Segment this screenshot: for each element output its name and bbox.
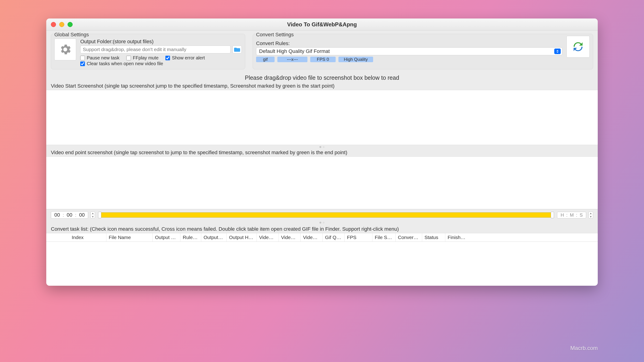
end-screenshot-label: Video end point screenshot (single tap s… bbox=[46, 149, 598, 156]
gear-icon[interactable] bbox=[54, 39, 76, 60]
titlebar: Video To Gif&WebP&Apng bbox=[46, 18, 598, 30]
convert-settings-panel: Convert Settings Convert Rules: Default … bbox=[252, 34, 593, 69]
ffplay-mute-checkbox[interactable]: FFplay mute bbox=[126, 55, 158, 60]
th-output-f[interactable]: Output F… bbox=[153, 233, 180, 242]
task-table-header: Index File Name Output F… Rule… Output… … bbox=[46, 233, 598, 242]
convert-settings-title: Convert Settings bbox=[256, 32, 562, 38]
time-stepper-buttons[interactable]: ▲▼ bbox=[90, 212, 95, 218]
app-window: Video To Gif&WebP&Apng Global Settings O… bbox=[46, 18, 598, 286]
time-h-input[interactable] bbox=[52, 212, 62, 218]
pill-fps: FPS 0 bbox=[310, 57, 336, 62]
chevron-updown-icon bbox=[554, 48, 561, 54]
th-filename[interactable]: File Name bbox=[106, 233, 153, 242]
th-gifq[interactable]: Gif Q… bbox=[323, 233, 345, 242]
close-button[interactable] bbox=[51, 22, 56, 27]
pause-new-task-checkbox[interactable]: Pause new task bbox=[80, 55, 119, 60]
drop-prompt: Please drag&drop video file to screensho… bbox=[51, 74, 593, 81]
clear-tasks-checkbox[interactable]: Clear tasks when open new video file bbox=[80, 61, 163, 66]
page-dots-1 bbox=[46, 145, 598, 149]
range-slider[interactable] bbox=[98, 212, 554, 218]
th-status[interactable]: Status bbox=[422, 233, 445, 242]
th-video2[interactable]: Video… bbox=[279, 233, 301, 242]
output-folder-input[interactable] bbox=[80, 45, 231, 53]
th-output[interactable]: Output… bbox=[201, 233, 227, 242]
th-video3[interactable]: Video… bbox=[301, 233, 323, 242]
folder-icon bbox=[234, 47, 240, 52]
refresh-button[interactable] bbox=[566, 36, 590, 57]
pill-quality: High Quality bbox=[338, 57, 373, 62]
minimize-button[interactable] bbox=[59, 22, 64, 27]
window-title: Video To Gif&WebP&Apng bbox=[287, 21, 357, 28]
time-end-stepper-buttons[interactable]: ▲▼ bbox=[588, 212, 593, 218]
start-screenshot-label: Video Start Screenshot (single tap scree… bbox=[46, 82, 598, 90]
browse-folder-button[interactable] bbox=[232, 45, 242, 53]
time-end-display[interactable]: H: M: S bbox=[557, 212, 586, 218]
task-list-label: Convert task list: (Check icon means suc… bbox=[46, 225, 598, 233]
th-fps[interactable]: FPS bbox=[345, 233, 372, 242]
time-s-input[interactable] bbox=[77, 212, 86, 218]
time-m-input[interactable] bbox=[65, 212, 74, 218]
th-output-hei[interactable]: Output Hei… bbox=[227, 233, 257, 242]
output-folder-label: Output Folder:(store output files) bbox=[80, 39, 242, 45]
convert-rules-label: Convert Rules: bbox=[256, 40, 562, 46]
th-blank[interactable] bbox=[46, 233, 70, 242]
refresh-icon bbox=[571, 40, 585, 53]
th-filesi[interactable]: File Si… bbox=[372, 233, 396, 242]
th-convert[interactable]: Convert… bbox=[396, 233, 422, 242]
th-index[interactable]: Index bbox=[70, 233, 106, 242]
window-controls bbox=[51, 22, 73, 27]
slider-thumb-end[interactable] bbox=[551, 212, 554, 218]
show-error-alert-checkbox[interactable]: Show error alert bbox=[166, 55, 205, 60]
global-settings-panel: Global Settings Output Folder:(store out… bbox=[51, 34, 245, 69]
th-rule[interactable]: Rule… bbox=[180, 233, 201, 242]
convert-rules-value: Default High Quality Gif Format bbox=[259, 48, 330, 54]
global-settings-title: Global Settings bbox=[54, 32, 242, 38]
th-finish[interactable]: Finish… bbox=[445, 233, 598, 242]
time-start-stepper[interactable]: : : bbox=[51, 211, 88, 219]
start-screenshot-dropzone[interactable] bbox=[46, 90, 598, 145]
pill-format: gif bbox=[256, 57, 274, 62]
pill-size: ---x--- bbox=[277, 57, 308, 62]
zoom-button[interactable] bbox=[68, 22, 73, 27]
convert-pills: gif ---x--- FPS 0 High Quality bbox=[256, 57, 562, 62]
convert-rules-select[interactable]: Default High Quality Gif Format bbox=[256, 47, 562, 55]
page-dots-2 bbox=[46, 221, 598, 225]
task-table-body[interactable] bbox=[46, 242, 598, 286]
watermark: Macrb.com bbox=[570, 345, 598, 351]
end-screenshot-dropzone[interactable] bbox=[46, 156, 598, 209]
th-video1[interactable]: Video… bbox=[257, 233, 279, 242]
slider-thumb-start[interactable] bbox=[98, 212, 101, 218]
